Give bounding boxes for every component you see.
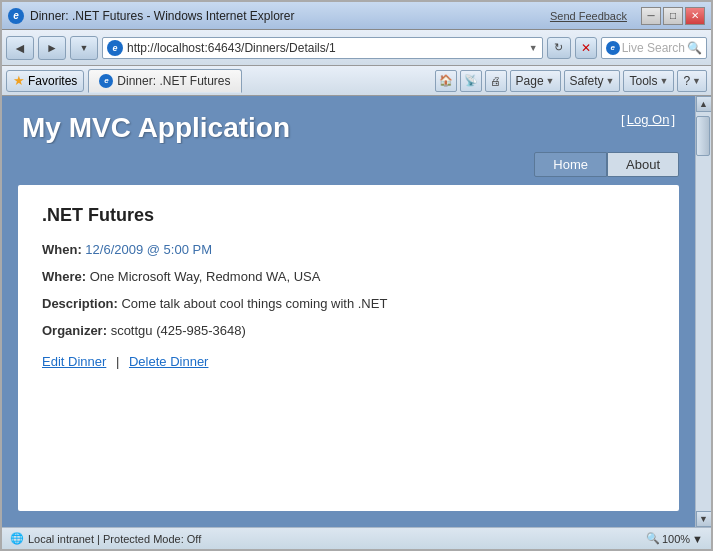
refresh-button[interactable]: ↻ (547, 37, 571, 59)
rss-icon-btn[interactable]: 📡 (460, 70, 482, 92)
close-button[interactable]: ✕ (685, 7, 705, 25)
organizer-value: scottgu (425-985-3648) (111, 323, 246, 338)
page-label: Page (516, 74, 544, 88)
safety-chevron-icon: ▼ (606, 76, 615, 86)
help-chevron-icon: ▼ (692, 76, 701, 86)
favorites-label: Favorites (28, 74, 77, 88)
home-nav-button[interactable]: Home (534, 152, 607, 177)
zoom-level: 100% (662, 533, 690, 545)
safety-label: Safety (570, 74, 604, 88)
when-label: When: (42, 242, 82, 257)
status-zone: Local intranet | Protected Mode: Off (28, 533, 201, 545)
forward-button[interactable]: ► (38, 36, 66, 60)
print-icon-btn[interactable]: 🖨 (485, 70, 507, 92)
where-row: Where: One Microsoft Way, Redmond WA, US… (42, 269, 655, 284)
tab-ie-icon: e (99, 74, 113, 88)
description-label: Description: (42, 296, 118, 311)
page-chevron-icon: ▼ (546, 76, 555, 86)
help-btn[interactable]: ? ▼ (677, 70, 707, 92)
scroll-down-button[interactable]: ▼ (696, 511, 712, 527)
login-bracket-open: [ (621, 112, 625, 127)
organizer-label: Organizer: (42, 323, 107, 338)
login-link[interactable]: Log On (627, 112, 670, 127)
organizer-row: Organizer: scottgu (425-985-3648) (42, 323, 655, 338)
scroll-up-button[interactable]: ▲ (696, 96, 712, 112)
safety-menu-btn[interactable]: Safety ▼ (564, 70, 621, 92)
star-icon: ★ (13, 73, 25, 88)
zoom-chevron-icon: ▼ (692, 533, 703, 545)
about-nav-button[interactable]: About (607, 152, 679, 177)
browser-title: Dinner: .NET Futures - Windows Internet … (30, 9, 295, 23)
search-magnifier-icon[interactable]: 🔍 (687, 41, 702, 55)
dropdown-button[interactable]: ▼ (70, 36, 98, 60)
scroll-track[interactable] (696, 112, 711, 511)
zoom-button[interactable]: 🔍 100% ▼ (646, 532, 703, 545)
tools-label: Tools (629, 74, 657, 88)
address-dropdown-icon[interactable]: ▼ (529, 43, 538, 53)
app-title: My MVC Application (22, 112, 290, 144)
tools-menu-btn[interactable]: Tools ▼ (623, 70, 674, 92)
help-label: ? (683, 74, 690, 88)
back-button[interactable]: ◄ (6, 36, 34, 60)
stop-button[interactable]: ✕ (575, 37, 597, 59)
when-value: 12/6/2009 @ 5:00 PM (85, 242, 212, 257)
tools-chevron-icon: ▼ (659, 76, 668, 86)
browser-icon: e (8, 8, 24, 24)
actions-row: Edit Dinner | Delete Dinner (42, 354, 655, 369)
when-row: When: 12/6/2009 @ 5:00 PM (42, 242, 655, 257)
tab-label: Dinner: .NET Futures (117, 74, 230, 88)
description-value: Come talk about cool things coming with … (121, 296, 387, 311)
home-icon-btn[interactable]: 🏠 (435, 70, 457, 92)
login-bracket-close: ] (671, 112, 675, 127)
maximize-button[interactable]: □ (663, 7, 683, 25)
where-value: One Microsoft Way, Redmond WA, USA (90, 269, 321, 284)
scroll-thumb[interactable] (696, 116, 710, 156)
current-tab[interactable]: e Dinner: .NET Futures (88, 69, 241, 93)
edit-dinner-link[interactable]: Edit Dinner (42, 354, 106, 369)
action-separator: | (116, 354, 119, 369)
where-label: Where: (42, 269, 86, 284)
address-input[interactable]: http://localhost:64643/Dinners/Details/1 (127, 41, 525, 55)
ie-address-icon: e (107, 40, 123, 56)
minimize-button[interactable]: ─ (641, 7, 661, 25)
ie-status-icon: 🌐 (10, 532, 24, 545)
favorites-button[interactable]: ★ Favorites (6, 70, 84, 92)
description-row: Description: Come talk about cool things… (42, 296, 655, 311)
live-search-icon: e (606, 41, 620, 55)
zoom-icon: 🔍 (646, 532, 660, 545)
delete-dinner-link[interactable]: Delete Dinner (129, 354, 209, 369)
page-menu-btn[interactable]: Page ▼ (510, 70, 561, 92)
dinner-title: .NET Futures (42, 205, 655, 226)
send-feedback-link[interactable]: Send Feedback (550, 10, 627, 22)
live-search-input[interactable]: Live Search (622, 41, 685, 55)
